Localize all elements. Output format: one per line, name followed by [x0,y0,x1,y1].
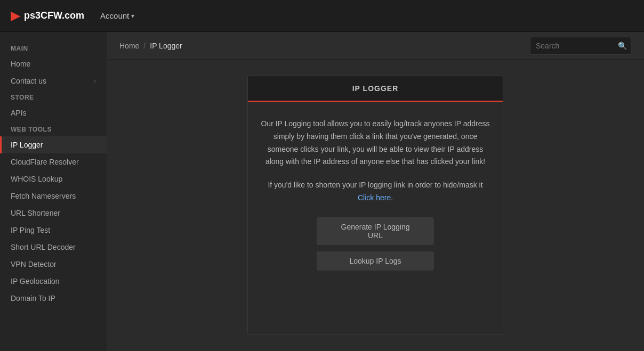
sidebar-item-home-label: Home [11,60,30,68]
sidebar-item-vpn-detector-label: VPN Detector [11,260,57,268]
brand-icon: ▶ [11,9,20,23]
sidebar-item-cloudflare-resolver[interactable]: CloudFlare Resolver [0,153,107,170]
sidebar-item-apis[interactable]: APIs [0,104,107,121]
click-here-link[interactable]: Click here. [358,193,393,202]
sidebar-item-cloudflare-resolver-label: CloudFlare Resolver [11,158,79,166]
sidebar-item-fetch-nameservers-label: Fetch Nameservers [11,192,76,200]
sidebar-item-short-url-decoder[interactable]: Short URL Decoder [0,239,107,256]
main-layout: Main Home Contact us › Store APIs Web To… [0,32,644,351]
sidebar-item-whois-lookup-label: WHOIS Lookup [11,175,62,183]
page-content: IP LOGGER Our IP Logging tool allows you… [107,60,644,351]
brand-name: ps3CFW.com [24,10,84,21]
sidebar-item-ip-logger[interactable]: IP Logger [0,136,107,153]
account-chevron-icon: ▾ [131,12,134,20]
tool-card-header: IP LOGGER [248,76,503,102]
search-box: 🔍 [530,37,631,55]
sidebar-section-store: Store [0,89,107,104]
sidebar-item-contact-us-label: Contact us [11,77,46,85]
breadcrumb-bar: Home / IP Logger 🔍 [107,32,644,60]
chevron-right-icon: › [94,77,96,85]
sidebar-item-ip-ping-test-label: IP Ping Test [11,226,50,234]
sidebar-item-apis-label: APIs [11,109,27,117]
sidebar-section-web-tools: Web Tools [0,121,107,136]
breadcrumb-separator: / [143,42,146,50]
sidebar-item-short-url-decoder-label: Short URL Decoder [11,243,76,251]
tool-description-1: Our IP Logging tool allows you to easily… [261,118,490,168]
breadcrumb-home[interactable]: Home [119,42,139,50]
sidebar-item-fetch-nameservers[interactable]: Fetch Nameservers [0,187,107,205]
tool-description-2: If you'd like to shorten your IP logging… [261,179,490,205]
sidebar: Main Home Contact us › Store APIs Web To… [0,32,107,351]
sidebar-item-whois-lookup[interactable]: WHOIS Lookup [0,170,107,187]
sidebar-item-home[interactable]: Home [0,55,107,72]
sidebar-item-ip-ping-test[interactable]: IP Ping Test [0,222,107,239]
tool-buttons: Generate IP Logging URL Lookup IP Logs [261,217,490,271]
search-input[interactable] [536,42,616,50]
tool-card: IP LOGGER Our IP Logging tool allows you… [247,76,503,335]
sidebar-item-domain-to-ip-label: Domain To IP [11,294,55,303]
account-label: Account [100,11,129,20]
lookup-logs-button[interactable]: Lookup IP Logs [317,251,434,271]
sidebar-item-url-shortener-label: URL Shortener [11,209,60,217]
sidebar-item-ip-geolocation[interactable]: IP Geolocation [0,273,107,290]
tool-description-2-prefix: If you'd like to shorten your IP logging… [268,181,482,189]
sidebar-item-url-shortener[interactable]: URL Shortener [0,205,107,222]
breadcrumb-current: IP Logger [150,42,182,50]
brand-logo[interactable]: ▶ ps3CFW.com [11,9,84,23]
sidebar-section-main: Main [0,40,107,55]
tool-card-body: Our IP Logging tool allows you to easily… [248,102,503,287]
search-icon: 🔍 [618,42,627,50]
generate-url-button[interactable]: Generate IP Logging URL [317,217,434,245]
navbar: ▶ ps3CFW.com Account ▾ [0,0,644,32]
sidebar-item-domain-to-ip[interactable]: Domain To IP [0,290,107,307]
breadcrumb: Home / IP Logger [119,42,182,50]
sidebar-item-contact-us[interactable]: Contact us › [0,72,107,89]
sidebar-item-vpn-detector[interactable]: VPN Detector [0,256,107,273]
account-menu[interactable]: Account ▾ [100,11,134,20]
content-area: Home / IP Logger 🔍 IP LOGGER Our IP Logg… [107,32,644,351]
sidebar-item-ip-geolocation-label: IP Geolocation [11,277,60,285]
sidebar-item-ip-logger-label: IP Logger [11,141,43,149]
tool-title: IP LOGGER [352,84,399,93]
